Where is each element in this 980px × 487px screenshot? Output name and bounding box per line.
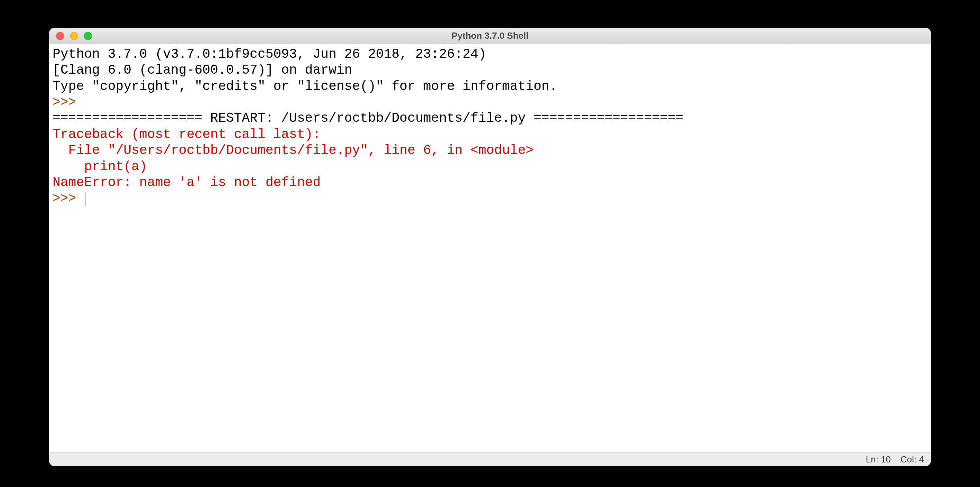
- window-titlebar[interactable]: Python 3.7.0 Shell: [49, 28, 931, 44]
- traceback-line: NameError: name 'a' is not defined: [52, 175, 321, 190]
- prompt: >>>: [52, 95, 84, 110]
- prompt: >>>: [52, 191, 84, 206]
- shell-text-area[interactable]: Python 3.7.0 (v3.7.0:1bf9cc5093, Jun 26 …: [49, 44, 931, 452]
- status-column-number: Col: 4: [900, 454, 924, 465]
- traceback-line: Traceback (most recent call last):: [52, 127, 321, 142]
- idle-shell-window: Python 3.7.0 Shell Python 3.7.0 (v3.7.0:…: [49, 28, 931, 466]
- minimize-icon[interactable]: [70, 32, 78, 40]
- banner-line: Python 3.7.0 (v3.7.0:1bf9cc5093, Jun 26 …: [52, 47, 494, 62]
- close-icon[interactable]: [56, 32, 64, 40]
- traceback-line: File "/Users/roctbb/Documents/file.py", …: [52, 143, 534, 158]
- banner-line: [Clang 6.0 (clang-600.0.57)] on darwin: [52, 63, 352, 78]
- status-line-number: Ln: 10: [866, 454, 891, 465]
- window-title: Python 3.7.0 Shell: [49, 30, 931, 41]
- traceback-line: print(a): [52, 159, 147, 174]
- restart-line: =================== RESTART: /Users/roct…: [52, 111, 683, 126]
- text-cursor: [85, 193, 86, 206]
- status-bar: Ln: 10 Col: 4: [49, 452, 931, 466]
- zoom-icon[interactable]: [84, 32, 92, 40]
- traffic-lights: [49, 32, 92, 40]
- banner-line: Type "copyright", "credits" or "license(…: [52, 79, 557, 94]
